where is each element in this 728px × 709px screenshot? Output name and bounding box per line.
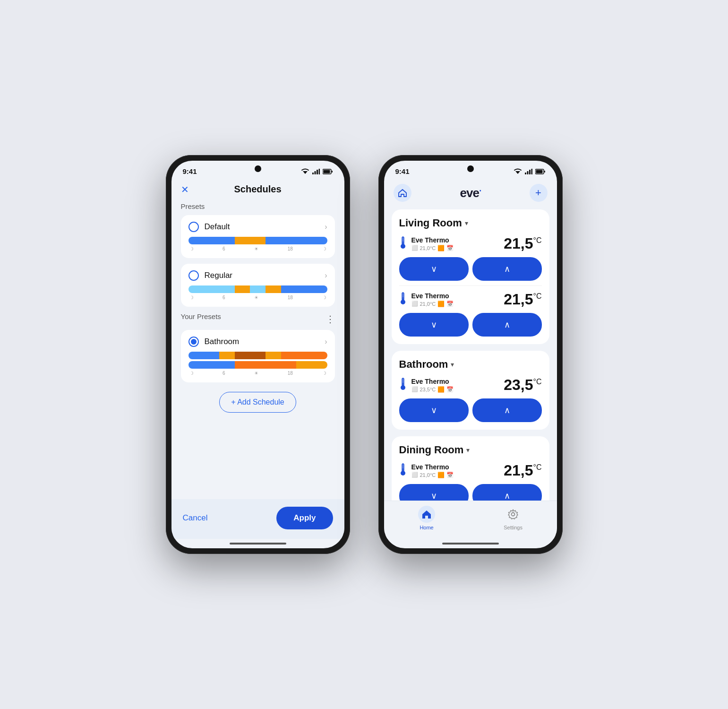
- bar-bathroom-2: [188, 361, 327, 369]
- thermo-left-bathroom: Eve Thermo ⬜ 23,5°C 🟧 📅: [399, 377, 454, 393]
- eve-nav: Home Settings: [384, 501, 557, 539]
- thermo-sub-dining: ⬜ 21,0°C 🟧 📅: [411, 472, 454, 478]
- thermo-sub-icon-1a: 🟧: [437, 245, 445, 251]
- close-button[interactable]: ✕: [181, 184, 189, 195]
- phone-eve: 9:41: [378, 155, 563, 554]
- thermo-info-dining: Eve Thermo ⬜ 21,0°C 🟧 📅: [411, 463, 454, 478]
- home-indicator-bar-1: [230, 543, 286, 545]
- add-schedule-button[interactable]: + Add Schedule: [219, 392, 296, 413]
- settings-nav-icon: [508, 509, 518, 519]
- eve-scroll[interactable]: Living Room ▾: [384, 209, 557, 501]
- apply-button[interactable]: Apply: [276, 507, 333, 529]
- bar-label-b-1: 6: [223, 371, 225, 376]
- eve-home-icon-button[interactable]: [394, 184, 411, 202]
- thermo-name-bathroom: Eve Thermo: [411, 378, 454, 385]
- thermo-row-living-2: Eve Thermo ⬜ 21,0°C 🟧 📅 21,5°C: [399, 291, 542, 308]
- seg-b-3: [235, 352, 266, 359]
- svg-rect-9: [525, 173, 526, 174]
- bar-label-b-2: ☀: [254, 371, 258, 376]
- thermo-name-living-2: Eve Thermo: [411, 292, 454, 300]
- decrease-btn-dining[interactable]: ∨: [399, 484, 469, 501]
- radio-default[interactable]: [188, 222, 199, 232]
- camera-notch-2: [467, 165, 474, 172]
- radio-bathroom[interactable]: [188, 337, 199, 347]
- nav-home[interactable]: Home: [418, 506, 435, 530]
- nav-settings-label: Settings: [504, 525, 522, 530]
- room-chevron-dining[interactable]: ▾: [466, 446, 470, 454]
- thermo-name-living-1: Eve Thermo: [411, 236, 454, 244]
- preset-left-regular: Regular: [188, 270, 233, 281]
- room-title-row-dining: Dining Room ▾: [399, 444, 542, 456]
- battery-icon: [323, 169, 333, 174]
- seg-d-1: [188, 237, 235, 244]
- thermo-info-living-1: Eve Thermo ⬜ 21,0°C 🟧 📅: [411, 236, 454, 251]
- increase-btn-living-1[interactable]: ∧: [472, 257, 542, 281]
- increase-btn-bathroom[interactable]: ∧: [472, 398, 542, 422]
- bar-label-r-1: 6: [223, 295, 225, 300]
- preset-row-default[interactable]: Default ›: [188, 222, 327, 232]
- thermo-left-living-1: Eve Thermo ⬜ 21,0°C 🟧 📅: [399, 236, 454, 252]
- increase-btn-living-2[interactable]: ∧: [472, 313, 542, 337]
- thermo-temp-living-2: 21,5°C: [504, 291, 541, 308]
- preset-row-regular[interactable]: Regular ›: [188, 270, 327, 281]
- chevron-regular[interactable]: ›: [325, 271, 327, 280]
- increase-btn-dining[interactable]: ∧: [472, 484, 542, 501]
- thermo-row-living-1: Eve Thermo ⬜ 21,0°C 🟧 📅 21,5°C: [399, 235, 542, 252]
- room-title-row-living: Living Room ▾: [399, 217, 542, 229]
- cancel-button[interactable]: Cancel: [183, 513, 208, 523]
- bar-label-b-4: ☽: [322, 371, 326, 376]
- thermo-sub-val-2: 21,0°C: [420, 301, 436, 307]
- bar-bathroom: [188, 352, 327, 359]
- preset-name-bathroom: Bathroom: [205, 337, 240, 346]
- seg-b2-1: [188, 361, 235, 369]
- thermo-unit-b: °C: [533, 378, 542, 386]
- seg-b-5: [281, 352, 327, 359]
- ctrl-btns-bathroom: ∨ ∧: [399, 398, 542, 422]
- seg-r-5: [281, 285, 327, 293]
- thermo-unit-l1: °C: [533, 236, 542, 244]
- bar-regular: [188, 285, 327, 293]
- decrease-btn-bathroom[interactable]: ∨: [399, 398, 469, 422]
- status-bar-2: 9:41: [384, 161, 557, 179]
- bar-label-d-4: ☽: [322, 246, 326, 251]
- room-title-row-bathroom: Bathroom ▾: [399, 358, 542, 371]
- thermometer-icon-living-2: [399, 292, 407, 308]
- more-options-button[interactable]: ⋮: [325, 314, 335, 324]
- radio-regular[interactable]: [188, 270, 199, 281]
- your-presets-label: Your Presets: [181, 312, 221, 320]
- add-button[interactable]: +: [530, 184, 548, 202]
- svg-rect-23: [403, 297, 403, 302]
- decrease-btn-living-2[interactable]: ∨: [399, 313, 469, 337]
- ctrl-btns-living-2: ∨ ∧: [399, 313, 542, 337]
- room-title-bathroom: Bathroom: [399, 358, 448, 371]
- status-time-2: 9:41: [395, 167, 410, 175]
- chevron-bathroom[interactable]: ›: [325, 337, 327, 346]
- chevron-default[interactable]: ›: [325, 223, 327, 231]
- seg-r-1: [188, 285, 235, 293]
- seg-d-2: [235, 237, 266, 244]
- bar-label-r-0: ☽: [189, 295, 194, 300]
- preset-name-regular: Regular: [205, 271, 233, 280]
- preset-row-bathroom[interactable]: Bathroom ›: [188, 337, 327, 347]
- schedule-bar-regular: ☽ 6 ☀ 18 ☽: [188, 285, 327, 300]
- thermo-sub-temp-d: ⬜: [411, 472, 418, 478]
- status-icons-2: [514, 168, 546, 174]
- thermo-sub-icon-1b: 📅: [446, 245, 454, 251]
- presets-label: Presets: [181, 202, 335, 210]
- seg-r-3: [250, 285, 266, 293]
- room-chevron-living[interactable]: ▾: [465, 219, 468, 227]
- bar-label-d-2: ☀: [254, 246, 258, 251]
- room-chevron-bathroom[interactable]: ▾: [451, 361, 454, 368]
- eve-logo: eve•: [460, 186, 481, 200]
- decrease-btn-living-1[interactable]: ∨: [399, 257, 469, 281]
- schedules-scroll[interactable]: Presets Default ›: [171, 202, 344, 499]
- thermo-info-living-2: Eve Thermo ⬜ 21,0°C 🟧 📅: [411, 292, 454, 307]
- svg-rect-31: [403, 468, 403, 473]
- thermo-sub-temp-b: ⬜: [411, 386, 418, 392]
- nav-settings[interactable]: Settings: [504, 506, 522, 530]
- bar-labels-regular: ☽ 6 ☀ 18 ☽: [188, 295, 327, 300]
- thermo-sub-living-2: ⬜ 21,0°C 🟧 📅: [411, 301, 454, 307]
- battery-icon-2: [535, 169, 546, 174]
- room-title-dining: Dining Room: [399, 444, 464, 456]
- room-title-living: Living Room: [399, 217, 462, 229]
